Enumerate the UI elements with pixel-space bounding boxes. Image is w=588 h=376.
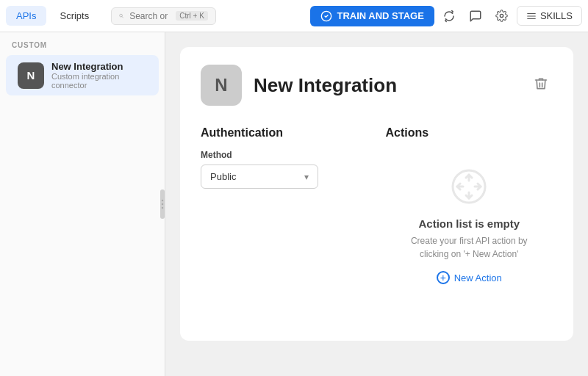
- item-info: New Integration Custom integration conne…: [51, 61, 147, 90]
- tab-scripts[interactable]: Scripts: [49, 6, 99, 26]
- skills-button[interactable]: SKILLS: [517, 6, 582, 26]
- topbar: APIs Scripts Ctrl + K TRAIN AND STAGE: [0, 0, 588, 32]
- chat-button[interactable]: [464, 4, 487, 28]
- integration-title: New Integration: [254, 74, 397, 97]
- settings-button[interactable]: [490, 4, 514, 28]
- plus-circle-icon: +: [437, 271, 450, 284]
- integration-header: N New Integration: [201, 65, 553, 106]
- new-action-button[interactable]: + New Action: [437, 271, 502, 284]
- content-area: N New Integration Authentication Method: [165, 32, 588, 376]
- empty-subtitle: Create your first API action by clicking…: [395, 234, 542, 261]
- authentication-title: Authentication: [201, 126, 368, 140]
- tab-apis[interactable]: APIs: [6, 6, 46, 26]
- method-value: Public: [210, 171, 236, 182]
- integration-avatar: N: [201, 65, 242, 106]
- svg-line-1: [122, 17, 123, 18]
- two-col-layout: Authentication Method Public ▾ Actions: [201, 126, 553, 292]
- trash-icon: [534, 76, 548, 91]
- actions-empty-state: Action list is empty Create your first A…: [386, 150, 553, 292]
- train-icon: [320, 10, 332, 22]
- resize-handle[interactable]: [160, 189, 165, 219]
- train-btn-label: TRAIN AND STAGE: [337, 10, 423, 21]
- skills-icon: [526, 11, 537, 21]
- search-box: Ctrl + K: [111, 7, 216, 25]
- sidebar: CUSTOM N New Integration Custom integrat…: [0, 32, 165, 376]
- main-layout: CUSTOM N New Integration Custom integrat…: [0, 32, 588, 376]
- new-action-label: New Action: [454, 272, 502, 283]
- svg-point-8: [162, 203, 163, 205]
- gear-icon: [495, 10, 508, 22]
- sync-button[interactable]: [437, 4, 461, 28]
- integration-card: N New Integration Authentication Method: [180, 47, 573, 341]
- avatar: N: [18, 62, 44, 89]
- item-name: New Integration: [51, 61, 147, 72]
- svg-point-7: [162, 200, 163, 201]
- authentication-section: Authentication Method Public ▾: [201, 126, 368, 292]
- empty-title: Action list is empty: [418, 217, 520, 230]
- empty-state-icon: [447, 164, 491, 209]
- search-icon: [119, 11, 123, 21]
- item-subtitle: Custom integration connector: [51, 72, 147, 90]
- keyboard-shortcut: Ctrl + K: [176, 11, 208, 21]
- actions-title: Actions: [386, 126, 553, 140]
- sidebar-section-label: CUSTOM: [0, 41, 165, 55]
- chevron-down-icon: ▾: [304, 172, 309, 182]
- delete-button[interactable]: [529, 72, 553, 99]
- method-label: Method: [201, 150, 368, 160]
- sync-icon: [442, 10, 456, 23]
- actions-section: Actions: [386, 126, 553, 292]
- svg-point-3: [501, 14, 503, 17]
- svg-point-9: [162, 207, 163, 209]
- chat-icon: [469, 10, 482, 23]
- sidebar-item-new-integration[interactable]: N New Integration Custom integration con…: [6, 55, 159, 95]
- search-input[interactable]: [129, 11, 170, 21]
- method-select[interactable]: Public ▾: [201, 164, 318, 189]
- skills-label: SKILLS: [540, 10, 573, 21]
- train-and-stage-button[interactable]: TRAIN AND STAGE: [310, 6, 434, 26]
